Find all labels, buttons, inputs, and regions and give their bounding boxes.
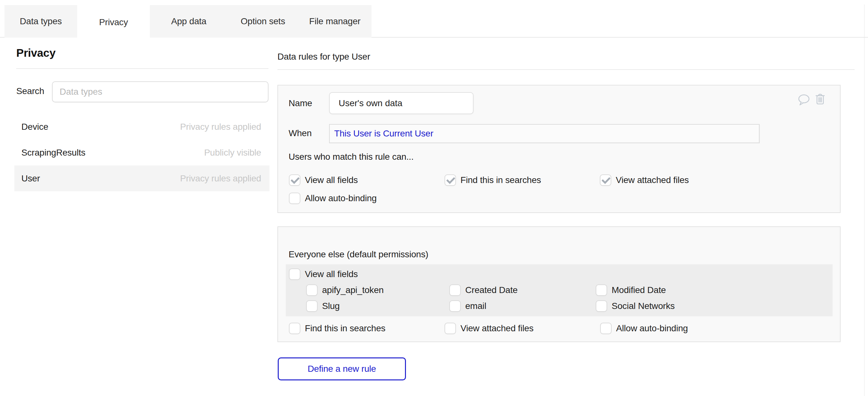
type-status: Privacy rules applied [180, 174, 261, 184]
checkbox-label: Created Date [465, 285, 518, 295]
tab-privacy[interactable]: Privacy [77, 5, 150, 39]
field-modified-date: Modified Date [596, 284, 666, 296]
define-new-rule-button[interactable]: Define a new rule [278, 358, 406, 380]
trash-icon[interactable] [815, 93, 825, 105]
checkbox-label: View all fields [305, 175, 358, 185]
tab-file-manager[interactable]: File manager [298, 5, 372, 38]
checkbox[interactable] [449, 300, 461, 312]
checkbox[interactable] [289, 174, 300, 186]
checkbox-label: Find this in searches [461, 175, 541, 185]
checkbox[interactable] [600, 174, 611, 186]
checkbox-label: Allow auto-binding [305, 193, 377, 204]
default-allow-auto-binding: Allow auto-binding [600, 323, 688, 334]
checkbox-label: apify_api_token [322, 285, 383, 295]
tab-option-sets[interactable]: Option sets [228, 5, 298, 38]
checkbox[interactable] [306, 284, 318, 296]
checkbox[interactable] [449, 284, 461, 296]
tab-data-types[interactable]: Data types [4, 5, 77, 38]
sidebar-divider [16, 68, 269, 69]
list-item-device[interactable]: Device Privacy rules applied [14, 114, 270, 140]
default-view-all-fields: View all fields [289, 269, 358, 280]
tab-app-data[interactable]: App data [150, 5, 228, 38]
checkbox[interactable] [596, 284, 607, 296]
comment-icon[interactable] [798, 94, 811, 106]
rule-subtitle: Users who match this rule can... [288, 152, 413, 162]
checkbox[interactable] [289, 269, 300, 280]
perm-view-attached-files: View attached files [600, 174, 689, 186]
field-email: email [449, 300, 486, 312]
rule-name-input[interactable] [329, 92, 473, 114]
when-label: When [288, 128, 312, 139]
when-condition-text: This User is Current User [334, 128, 433, 139]
default-view-attached-files: View attached files [444, 323, 533, 334]
checkbox[interactable] [306, 300, 318, 312]
checkbox[interactable] [600, 323, 612, 334]
field-slug: Slug [306, 300, 340, 312]
field-social-networks: Social Networks [596, 300, 675, 312]
field-created-date: Created Date [449, 284, 518, 296]
checkbox-label: View attached files [616, 175, 689, 185]
type-status: Privacy rules applied [180, 122, 261, 132]
list-item-scrapingresults[interactable]: ScrapingResults Publicly visible [14, 140, 270, 165]
perm-allow-auto-binding: Allow auto-binding [289, 192, 377, 204]
data-type-list: Device Privacy rules applied ScrapingRes… [14, 114, 270, 191]
privacy-settings-page: Data types Privacy App data Option sets … [0, 0, 868, 396]
when-condition-box[interactable]: This User is Current User [329, 124, 760, 143]
checkbox-label: Social Networks [612, 301, 675, 311]
type-status: Publicly visible [204, 148, 261, 158]
type-name: ScrapingResults [21, 148, 86, 158]
checkbox[interactable] [444, 323, 456, 334]
checkbox[interactable] [444, 174, 456, 186]
tab-bar: Data types Privacy App data Option sets … [4, 5, 372, 38]
type-name: Device [21, 122, 48, 132]
search-input[interactable] [52, 81, 269, 102]
search-label: Search [16, 86, 44, 96]
name-label: Name [288, 98, 312, 109]
checkbox[interactable] [289, 323, 300, 334]
checkbox-label: Find this in searches [305, 323, 385, 334]
perm-find-in-searches: Find this in searches [444, 174, 541, 186]
default-find-in-searches: Find this in searches [289, 323, 385, 334]
main-divider [277, 69, 855, 70]
page-title: Privacy [16, 47, 56, 59]
checkbox-label: email [465, 301, 486, 311]
data-rules-header: Data rules for type User [277, 52, 370, 62]
default-card-title: Everyone else (default permissions) [288, 249, 428, 260]
checkbox-label: View all fields [305, 269, 358, 279]
checkbox[interactable] [596, 300, 607, 312]
checkbox-label: Slug [322, 301, 340, 311]
content-right-edge [864, 4, 865, 396]
field-apify-api-token: apify_api_token [306, 284, 383, 296]
checkbox-label: Allow auto-binding [616, 323, 688, 334]
checkbox-label: View attached files [461, 323, 533, 334]
rule-card: Name When This User is Current User User… [277, 85, 841, 213]
list-item-user[interactable]: User Privacy rules applied [14, 165, 270, 191]
type-name: User [21, 174, 40, 184]
default-permissions-card: Everyone else (default permissions) View… [277, 226, 841, 342]
checkbox-label: Modified Date [612, 285, 666, 295]
checkbox[interactable] [289, 192, 300, 204]
perm-view-all-fields: View all fields [289, 174, 358, 186]
